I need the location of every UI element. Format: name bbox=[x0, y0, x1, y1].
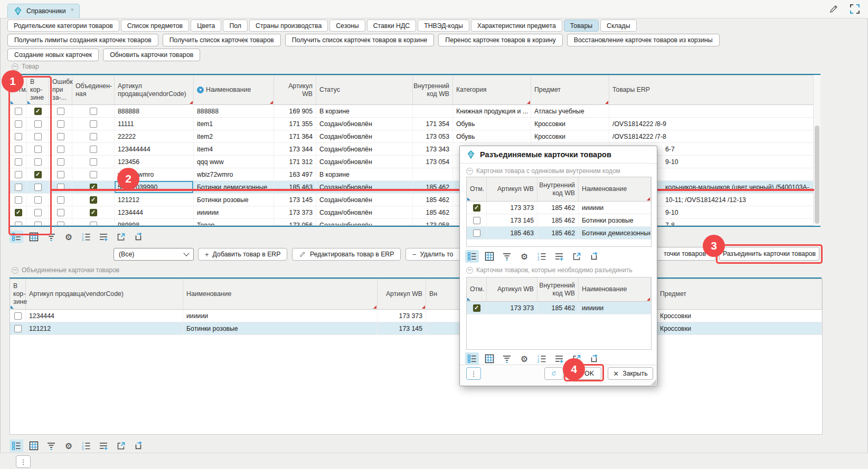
view-list-icon[interactable] bbox=[465, 250, 479, 263]
action-button[interactable]: Получить список карточек товаров в корзи… bbox=[285, 34, 435, 46]
action-button[interactable]: Получить лимиты создания карточек товаро… bbox=[7, 34, 158, 46]
table-row[interactable]: 173 145185 462Ботинки розовые bbox=[467, 214, 651, 227]
column-header[interactable]: Внутренний код WB bbox=[537, 277, 579, 301]
column-header[interactable]: Наименование bbox=[579, 277, 651, 301]
checkbox[interactable] bbox=[14, 312, 22, 320]
filter-icon[interactable] bbox=[500, 352, 514, 365]
column-header[interactable]: В кор-зине bbox=[27, 75, 49, 104]
ref-tab[interactable]: Пол bbox=[223, 20, 248, 32]
checkbox[interactable] bbox=[57, 222, 64, 226]
numbered-list-icon[interactable] bbox=[79, 439, 93, 452]
checkbox[interactable] bbox=[34, 108, 42, 115]
split-cards-button[interactable]: Разъединить карточки товаров bbox=[719, 247, 819, 261]
ref-tab[interactable]: Цвета bbox=[191, 20, 221, 32]
collapse-icon[interactable] bbox=[466, 267, 473, 274]
edit-pencil-icon[interactable] bbox=[828, 3, 839, 15]
checkbox[interactable] bbox=[473, 217, 480, 224]
checkbox[interactable] bbox=[34, 133, 42, 140]
collapse-icon[interactable] bbox=[12, 267, 18, 274]
checkbox[interactable] bbox=[34, 184, 42, 191]
table-row[interactable]: 121212Ботинки розовые173 145Кроссовки bbox=[10, 322, 822, 335]
column-header[interactable]: Предмет bbox=[657, 279, 822, 309]
column-header[interactable]: Наименование bbox=[579, 177, 651, 201]
checkbox[interactable] bbox=[15, 209, 22, 216]
checkbox[interactable] bbox=[90, 158, 97, 166]
refresh-table-icon[interactable] bbox=[131, 439, 145, 452]
column-header[interactable]: Наименование bbox=[194, 75, 274, 104]
column-header[interactable]: Внутренний код WB bbox=[537, 177, 579, 201]
collapse-icon[interactable] bbox=[466, 168, 473, 175]
dialog-close-button[interactable]: ✕ Закрыть bbox=[608, 367, 653, 380]
checkbox[interactable] bbox=[15, 196, 22, 204]
checkbox[interactable] bbox=[15, 158, 22, 166]
filter-icon[interactable] bbox=[44, 231, 58, 243]
column-header[interactable]: Артикул WB bbox=[378, 279, 426, 309]
refresh-table-icon[interactable] bbox=[587, 352, 601, 365]
checkbox[interactable] bbox=[90, 108, 97, 115]
table-row[interactable]: 185 463185 462Ботинки демисезонные bbox=[467, 227, 651, 240]
open-in-new-icon[interactable] bbox=[114, 439, 128, 452]
table-row[interactable]: 1234444ииииии173 373Создан/обновлён185 4… bbox=[10, 206, 814, 219]
fullscreen-icon[interactable] bbox=[849, 3, 861, 15]
table-row[interactable]: 121212Ботинки розовые173 145Создан/обнов… bbox=[10, 194, 814, 206]
column-header[interactable]: Предмет bbox=[531, 75, 609, 104]
checkbox[interactable] bbox=[57, 209, 64, 216]
checkbox[interactable] bbox=[34, 120, 42, 128]
column-header[interactable]: Артикул WB bbox=[487, 177, 537, 201]
add-to-list-icon[interactable] bbox=[97, 231, 110, 243]
collapse-icon[interactable] bbox=[12, 63, 18, 70]
checkbox[interactable] bbox=[473, 229, 480, 237]
column-header[interactable]: Статус bbox=[316, 75, 413, 104]
column-header[interactable]: Артикул WB bbox=[274, 75, 316, 104]
checkbox[interactable] bbox=[15, 133, 22, 140]
checkbox[interactable] bbox=[57, 196, 64, 204]
ref-tab[interactable]: Ставки НДС bbox=[367, 20, 417, 32]
numbered-list-icon[interactable] bbox=[535, 352, 549, 365]
table-row[interactable]: 989898Товар173 056Создан/обновлён173 058… bbox=[10, 219, 814, 226]
table-row[interactable]: 173 373185 462ииииии bbox=[467, 202, 651, 214]
view-list-icon[interactable] bbox=[465, 352, 479, 365]
column-header[interactable]: Категория bbox=[453, 75, 531, 104]
column-header[interactable]: Наименование bbox=[183, 279, 378, 309]
checkbox[interactable] bbox=[90, 120, 97, 128]
checkbox[interactable] bbox=[90, 133, 97, 140]
checkbox[interactable] bbox=[90, 222, 97, 226]
checkbox[interactable] bbox=[34, 222, 42, 226]
column-header[interactable]: Артикул продавца(vendorCode) bbox=[115, 75, 194, 104]
checkbox[interactable] bbox=[473, 304, 480, 312]
settings-icon[interactable]: ⚙ bbox=[62, 439, 76, 452]
numbered-list-icon[interactable] bbox=[79, 231, 93, 243]
ref-tab[interactable]: ТНВЭД-коды bbox=[418, 20, 469, 32]
action-button[interactable]: Перенос карточек товаров в корзину bbox=[438, 34, 562, 46]
checkbox[interactable] bbox=[34, 171, 42, 178]
checkbox[interactable] bbox=[473, 204, 480, 212]
filter-select[interactable]: (Все) bbox=[114, 248, 194, 261]
vertical-scrollbar[interactable] bbox=[813, 75, 820, 226]
checkbox[interactable] bbox=[57, 146, 64, 153]
settings-icon[interactable]: ⚙ bbox=[517, 250, 531, 263]
checkbox[interactable] bbox=[15, 171, 22, 178]
checkbox[interactable] bbox=[34, 196, 42, 204]
edit-in-erp-button[interactable]: Редактировать товар в ERP bbox=[292, 248, 401, 261]
settings-icon[interactable]: ⚙ bbox=[517, 352, 531, 365]
open-in-new-icon[interactable] bbox=[114, 231, 128, 243]
add-to-list-icon[interactable] bbox=[97, 439, 110, 452]
ref-tab[interactable]: Характеристики предмета bbox=[471, 20, 562, 32]
settings-icon[interactable]: ⚙ bbox=[62, 231, 76, 243]
table-row[interactable]: 11111item1171 355Создан/обновлён171 354О… bbox=[10, 118, 814, 130]
checkbox[interactable] bbox=[57, 108, 64, 115]
add-to-erp-button[interactable]: + Добавить товар в ERP bbox=[198, 248, 287, 261]
checkbox[interactable] bbox=[57, 171, 64, 178]
table-row[interactable]: 1234444ииииии173 373Кроссовки bbox=[10, 310, 822, 322]
column-header[interactable]: Товары ERP bbox=[609, 75, 814, 104]
ref-tab[interactable]: Родительские категории товаров bbox=[7, 20, 119, 32]
column-header[interactable]: Артикул WB bbox=[487, 277, 537, 301]
checkbox[interactable] bbox=[34, 209, 42, 216]
checkbox[interactable] bbox=[15, 184, 22, 191]
table-view-icon[interactable] bbox=[483, 352, 496, 365]
column-header[interactable]: В кор-зине bbox=[10, 279, 26, 309]
checkbox[interactable] bbox=[57, 120, 64, 128]
table-row[interactable]: 888888888888169 905В корзинеКнижная прод… bbox=[10, 105, 814, 118]
checkbox[interactable] bbox=[15, 120, 22, 128]
ref-tab[interactable]: Сезоны bbox=[329, 20, 365, 32]
